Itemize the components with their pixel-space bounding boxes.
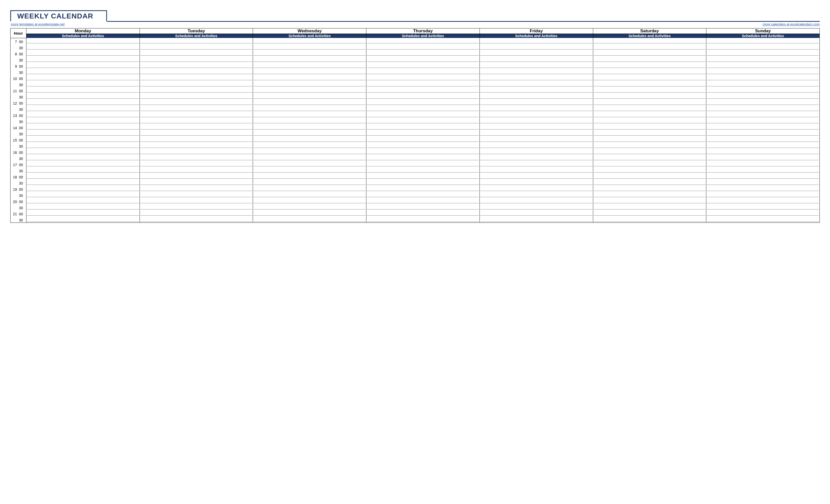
schedule-cell[interactable] [593, 69, 706, 75]
schedule-cell[interactable] [366, 179, 480, 186]
schedule-cell[interactable] [593, 192, 706, 198]
schedule-cell[interactable] [593, 186, 706, 192]
schedule-cell[interactable] [480, 57, 593, 63]
schedule-cell[interactable] [480, 118, 593, 124]
schedule-cell[interactable] [253, 130, 366, 136]
schedule-cell[interactable] [26, 63, 140, 69]
schedule-cell[interactable] [253, 210, 366, 216]
schedule-cell[interactable] [26, 106, 140, 112]
schedule-cell[interactable] [480, 38, 593, 44]
schedule-cell[interactable] [706, 124, 820, 130]
schedule-cell[interactable] [26, 167, 140, 173]
schedule-cell[interactable] [366, 57, 480, 63]
schedule-cell[interactable] [139, 75, 253, 81]
schedule-cell[interactable] [139, 161, 253, 167]
schedule-cell[interactable] [593, 167, 706, 173]
schedule-cell[interactable] [139, 93, 253, 99]
schedule-cell[interactable] [593, 112, 706, 118]
schedule-cell[interactable] [593, 106, 706, 112]
schedule-cell[interactable] [253, 173, 366, 179]
schedule-cell[interactable] [26, 69, 140, 75]
schedule-cell[interactable] [593, 118, 706, 124]
schedule-cell[interactable] [139, 118, 253, 124]
schedule-cell[interactable] [26, 99, 140, 106]
schedule-cell[interactable] [26, 155, 140, 161]
schedule-cell[interactable] [593, 50, 706, 57]
schedule-cell[interactable] [139, 149, 253, 155]
schedule-cell[interactable] [253, 69, 366, 75]
schedule-cell[interactable] [366, 142, 480, 149]
schedule-cell[interactable] [366, 198, 480, 204]
schedule-cell[interactable] [26, 81, 140, 87]
schedule-cell[interactable] [26, 204, 140, 210]
schedule-cell[interactable] [706, 186, 820, 192]
schedule-cell[interactable] [366, 75, 480, 81]
schedule-cell[interactable] [26, 50, 140, 57]
schedule-cell[interactable] [480, 161, 593, 167]
schedule-cell[interactable] [706, 161, 820, 167]
schedule-cell[interactable] [253, 81, 366, 87]
schedule-cell[interactable] [253, 87, 366, 93]
schedule-cell[interactable] [480, 167, 593, 173]
schedule-cell[interactable] [706, 93, 820, 99]
schedule-cell[interactable] [593, 44, 706, 50]
schedule-cell[interactable] [26, 124, 140, 130]
schedule-cell[interactable] [139, 155, 253, 161]
schedule-cell[interactable] [139, 136, 253, 142]
schedule-cell[interactable] [593, 149, 706, 155]
schedule-cell[interactable] [26, 198, 140, 204]
schedule-cell[interactable] [26, 136, 140, 142]
schedule-cell[interactable] [253, 112, 366, 118]
schedule-cell[interactable] [26, 173, 140, 179]
schedule-cell[interactable] [253, 192, 366, 198]
schedule-cell[interactable] [480, 155, 593, 161]
schedule-cell[interactable] [480, 192, 593, 198]
schedule-cell[interactable] [366, 173, 480, 179]
schedule-cell[interactable] [706, 63, 820, 69]
schedule-cell[interactable] [480, 210, 593, 216]
schedule-cell[interactable] [139, 192, 253, 198]
schedule-cell[interactable] [139, 210, 253, 216]
schedule-cell[interactable] [253, 38, 366, 44]
schedule-cell[interactable] [593, 130, 706, 136]
schedule-cell[interactable] [706, 118, 820, 124]
schedule-cell[interactable] [253, 93, 366, 99]
schedule-cell[interactable] [26, 112, 140, 118]
schedule-cell[interactable] [706, 136, 820, 142]
schedule-cell[interactable] [480, 99, 593, 106]
schedule-cell[interactable] [366, 130, 480, 136]
schedule-cell[interactable] [26, 93, 140, 99]
schedule-cell[interactable] [480, 87, 593, 93]
schedule-cell[interactable] [593, 161, 706, 167]
schedule-cell[interactable] [706, 204, 820, 210]
schedule-cell[interactable] [706, 106, 820, 112]
schedule-cell[interactable] [366, 136, 480, 142]
schedule-cell[interactable] [253, 63, 366, 69]
schedule-cell[interactable] [480, 136, 593, 142]
schedule-cell[interactable] [139, 142, 253, 149]
schedule-cell[interactable] [366, 124, 480, 130]
schedule-cell[interactable] [593, 57, 706, 63]
schedule-cell[interactable] [593, 142, 706, 149]
schedule-cell[interactable] [366, 192, 480, 198]
schedule-cell[interactable] [706, 167, 820, 173]
schedule-cell[interactable] [253, 57, 366, 63]
schedule-cell[interactable] [366, 50, 480, 57]
schedule-cell[interactable] [593, 63, 706, 69]
schedule-cell[interactable] [139, 99, 253, 106]
schedule-cell[interactable] [480, 44, 593, 50]
schedule-cell[interactable] [366, 81, 480, 87]
schedule-cell[interactable] [366, 216, 480, 223]
schedule-cell[interactable] [480, 81, 593, 87]
schedule-cell[interactable] [593, 210, 706, 216]
schedule-cell[interactable] [366, 161, 480, 167]
schedule-cell[interactable] [366, 155, 480, 161]
schedule-cell[interactable] [366, 44, 480, 50]
schedule-cell[interactable] [480, 93, 593, 99]
schedule-cell[interactable] [139, 44, 253, 50]
schedule-cell[interactable] [706, 69, 820, 75]
schedule-cell[interactable] [139, 38, 253, 44]
schedule-cell[interactable] [139, 81, 253, 87]
link-more-calendars[interactable]: more calendars at excelcalendars.com [763, 22, 820, 26]
schedule-cell[interactable] [26, 44, 140, 50]
